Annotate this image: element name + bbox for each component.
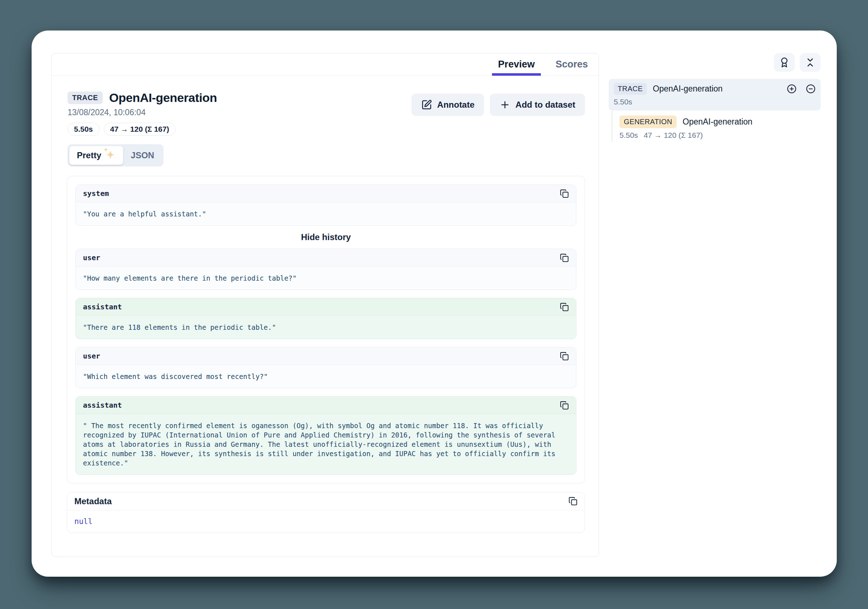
scores-award-button[interactable] bbox=[774, 53, 795, 72]
trace-tree-sidebar: TRACE OpenAI-generation 5.50s bbox=[609, 53, 821, 142]
message-role-label: system bbox=[83, 189, 109, 198]
copy-icon[interactable] bbox=[560, 352, 569, 361]
copy-icon[interactable] bbox=[560, 253, 569, 262]
collapse-all-button[interactable] bbox=[800, 53, 821, 72]
annotate-label: Annotate bbox=[437, 100, 474, 110]
add-to-dataset-button[interactable]: Add to dataset bbox=[490, 94, 585, 116]
metadata-title: Metadata bbox=[74, 496, 112, 506]
tab-preview[interactable]: Preview bbox=[492, 54, 541, 75]
message-system: system "You are a helpful assistant." bbox=[75, 184, 577, 226]
preview-tabsbar: Preview Scores bbox=[52, 54, 599, 76]
tree-generation-badge: GENERATION bbox=[620, 116, 677, 128]
collapse-node-icon[interactable] bbox=[806, 84, 815, 94]
message-role-label: user bbox=[83, 253, 100, 262]
expand-all-icon[interactable] bbox=[787, 84, 797, 94]
trace-tree: TRACE OpenAI-generation 5.50s bbox=[609, 79, 821, 142]
message-content: " The most recently confirmed element is… bbox=[76, 414, 576, 475]
tree-generation-latency: 5.50s bbox=[620, 131, 638, 140]
message-content: "There are 118 elements in the periodic … bbox=[76, 316, 576, 339]
tree-generation-tokens: 47 → 120 (Σ 167) bbox=[643, 131, 703, 140]
tree-trace-title: OpenAI-generation bbox=[653, 84, 722, 94]
chevrons-collapse-icon bbox=[805, 57, 815, 68]
tab-preview-label: Preview bbox=[498, 59, 535, 70]
message-role-label: user bbox=[83, 352, 100, 360]
sparkles-icon: ✦✦ bbox=[105, 150, 116, 161]
copy-icon[interactable] bbox=[569, 497, 578, 505]
copy-icon[interactable] bbox=[560, 189, 569, 198]
app-window: Preview Scores TRACE OpenAI-generation 1… bbox=[32, 31, 837, 577]
message-content: "You are a helpful assistant." bbox=[76, 202, 576, 226]
plus-icon bbox=[499, 99, 510, 110]
message-assistant: assistant "There are 118 elements in the… bbox=[75, 298, 577, 339]
trace-type-badge: TRACE bbox=[68, 91, 103, 104]
tree-generation-title: OpenAI-generation bbox=[683, 117, 752, 127]
pretty-toggle-label: Pretty bbox=[77, 150, 101, 161]
tree-trace-badge: TRACE bbox=[614, 83, 647, 95]
hide-history-button[interactable]: Hide history bbox=[75, 232, 577, 242]
io-view-toggle: Pretty ✦✦ JSON bbox=[68, 144, 163, 167]
award-icon bbox=[779, 57, 790, 68]
metadata-value: null bbox=[67, 510, 584, 533]
annotate-button[interactable]: Annotate bbox=[412, 94, 484, 116]
trace-header: TRACE OpenAI-generation 13/08/2024, 10:0… bbox=[68, 91, 585, 136]
message-assistant: assistant " The most recently confirmed … bbox=[75, 396, 577, 475]
trace-preview-panel: Preview Scores TRACE OpenAI-generation 1… bbox=[51, 53, 599, 557]
copy-icon[interactable] bbox=[560, 401, 569, 410]
metadata-card: Metadata null bbox=[67, 492, 585, 533]
tree-node-trace[interactable]: TRACE OpenAI-generation 5.50s bbox=[609, 79, 821, 111]
message-user: user "Which element was discovered most … bbox=[75, 347, 577, 388]
tab-scores-label: Scores bbox=[556, 59, 588, 70]
add-to-dataset-label: Add to dataset bbox=[515, 100, 575, 110]
message-role-label: assistant bbox=[83, 303, 122, 311]
tree-children: GENERATION OpenAI-generation 5.50s 47 → … bbox=[612, 111, 821, 142]
message-content: "Which element was discovered most recen… bbox=[76, 365, 576, 388]
tree-node-generation[interactable]: GENERATION OpenAI-generation 5.50s 47 → … bbox=[620, 116, 821, 140]
message-user: user "How many elements are there in the… bbox=[75, 249, 577, 290]
tab-scores[interactable]: Scores bbox=[549, 54, 594, 75]
copy-icon[interactable] bbox=[560, 303, 569, 312]
message-role-label: assistant bbox=[83, 401, 122, 410]
page-title: OpenAI-generation bbox=[109, 91, 217, 105]
latency-badge: 5.50s bbox=[68, 123, 99, 136]
pretty-toggle[interactable]: Pretty ✦✦ bbox=[69, 146, 123, 165]
token-usage-badge: 47 → 120 (Σ 167) bbox=[104, 123, 176, 136]
annotate-icon bbox=[421, 99, 432, 110]
tree-trace-latency: 5.50s bbox=[614, 97, 632, 106]
message-content: "How many elements are there in the peri… bbox=[76, 267, 576, 290]
json-toggle-label: JSON bbox=[131, 150, 154, 161]
messages-container: system "You are a helpful assistant." Hi… bbox=[67, 176, 585, 484]
json-toggle[interactable]: JSON bbox=[123, 146, 161, 165]
trace-header-left: TRACE OpenAI-generation 13/08/2024, 10:0… bbox=[68, 91, 217, 136]
trace-timestamp: 13/08/2024, 10:06:04 bbox=[68, 108, 217, 117]
